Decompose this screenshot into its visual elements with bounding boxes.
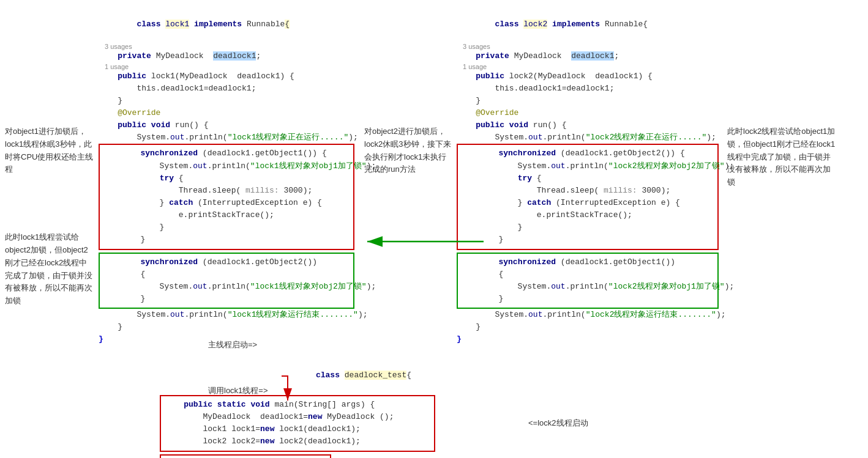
lock1-sync1-close: } bbox=[102, 234, 351, 246]
lock2-field: private MyDeadlock deadlock1; bbox=[457, 50, 719, 62]
lock2-code-panel: class lock2 implements Runnable{ 3 usage… bbox=[453, 6, 722, 346]
lock1-sleep: Thread.sleep( millis: 3000); bbox=[102, 185, 351, 197]
lock2-catch-close: } bbox=[460, 221, 715, 234]
lock1-catch: } catch (InterruptedException e) { bbox=[102, 197, 351, 209]
main-lock2-init: lock2 lock2=new lock2(deadlock1); bbox=[165, 435, 430, 448]
lock1-try: try { bbox=[102, 172, 351, 185]
deadlock-class-line: class deadlock_test{ bbox=[268, 357, 411, 394]
lock2-class-line: class lock2 implements Runnable{ bbox=[457, 6, 719, 43]
lock1-constructor-body: this.deadlock1=deadlock1; bbox=[99, 83, 354, 95]
main-lock1-init: lock1 lock1=new lock1(deadlock1); bbox=[165, 423, 430, 435]
lock1-sync2-close: } bbox=[102, 293, 351, 305]
thread-starts: new Thread(lock1).start(); new Thread(lo… bbox=[160, 452, 520, 459]
lock2-green-box: synchronized (deadlock1.getObject1()) { … bbox=[457, 253, 719, 309]
lock1-code-panel: class lock1 implements Runnable{ 3 usage… bbox=[95, 6, 358, 346]
lock2-catch: } catch (InterruptedException e) { bbox=[460, 197, 715, 209]
lock1-brace: { bbox=[102, 268, 351, 281]
lock2-println4: System.out.println("lock2线程对象运行结束.......… bbox=[457, 309, 719, 321]
lock2-override: @Override bbox=[457, 107, 719, 119]
lock1-stacktrace: e.printStackTrace(); bbox=[102, 209, 351, 221]
lock1-usages1: 3 usages bbox=[99, 43, 354, 50]
lock1-run-close: } bbox=[99, 321, 354, 333]
lock2-sync1-open: synchronized (deadlock1.getObject2()) { bbox=[460, 147, 715, 160]
lock1-usages2: 1 usage bbox=[99, 63, 354, 70]
lock2-run-close: } bbox=[457, 321, 719, 333]
bottom-code-panel: class deadlock_test{ public static void … bbox=[95, 357, 523, 458]
annotation-object2-lock-ok: 对object2进行加锁后，lock2休眠3秒钟，接下来会执行刚才lock1未执… bbox=[364, 125, 453, 176]
main-red-box: public static void main(String[] args) {… bbox=[160, 395, 435, 452]
lock2-sleep: Thread.sleep( millis: 3000); bbox=[460, 185, 715, 197]
lock2-class-close: } bbox=[457, 333, 719, 345]
lock1-call-label: 调用lock1线程=> bbox=[208, 385, 268, 396]
lock1-println3: System.out.println("lock1线程对象对obj2加了锁"); bbox=[102, 281, 351, 293]
lock2-run-decl: public void run() { bbox=[457, 119, 719, 131]
bottom-section: class deadlock_test{ public static void … bbox=[0, 357, 868, 458]
lock2-println2: System.out.println("lock2线程对象对obj2加了锁"); bbox=[460, 160, 715, 172]
lock1-println4: System.out.println("lock1线程对象运行结束.......… bbox=[99, 309, 354, 321]
left-annotations: 对object1进行加锁后，lock1线程休眠3秒钟，此时将CPU使用权还给主线… bbox=[0, 6, 95, 346]
right-annotation: 此时lock2线程尝试给object1加锁，但object1刚才已经在lock1… bbox=[722, 6, 836, 346]
lock2-start-label: <=lock2线程启动 bbox=[528, 417, 646, 430]
lock2-stacktrace: e.printStackTrace(); bbox=[460, 209, 715, 221]
lock2-usages2: 1 usage bbox=[457, 63, 719, 70]
lock2-println1: System.out.println("lock2线程对象正在运行.....")… bbox=[457, 131, 719, 144]
lock1-sync2-open: synchronized (deadlock1.getObject2()) bbox=[102, 256, 351, 268]
lock2-constructor: public lock2(MyDeadlock deadlock1) { bbox=[457, 70, 719, 83]
lock1-close1: } bbox=[99, 95, 354, 107]
lock1-field: private MyDeadlock deadlock1; bbox=[99, 50, 354, 62]
lock1-red-box-1: synchronized (deadlock1.getObject1()) { … bbox=[99, 144, 354, 249]
main-deadlock-init: MyDeadlock deadlock1=new MyDeadlock (); bbox=[165, 411, 430, 423]
mid-annotation: 对object2进行加锁后，lock2休眠3秒钟，接下来会执行刚才lock1未执… bbox=[358, 6, 453, 346]
main-start-label: 主线程启动=> bbox=[208, 339, 257, 350]
lock2-sync2-close: } bbox=[460, 293, 715, 305]
lock1-override: @Override bbox=[99, 107, 354, 119]
lock2-usages1: 3 usages bbox=[457, 43, 719, 50]
lock2-sync2-open: synchronized (deadlock1.getObject1()) bbox=[460, 256, 715, 268]
annotation-object1-lock: 对object1进行加锁后，lock1线程休眠3秒钟，此时将CPU使用权还给主线… bbox=[5, 125, 95, 176]
lock1-sync1-open: synchronized (deadlock1.getObject1()) { bbox=[102, 147, 351, 160]
lock2-sync1-close: } bbox=[460, 234, 715, 246]
lock1-constructor: public lock1(MyDeadlock deadlock1) { bbox=[99, 70, 354, 83]
lock2-close1: } bbox=[457, 95, 719, 107]
thread1-red-box: new Thread(lock1).start(); bbox=[160, 454, 331, 459]
lock1-println1: System.out.println("lock1线程对象正在运行.....")… bbox=[99, 131, 354, 144]
annotation-object2-lock-fail: 此时lock1线程尝试给object2加锁，但object2刚才已经在lock2… bbox=[5, 231, 95, 308]
lock2-try: try { bbox=[460, 172, 715, 185]
deadlock-class-line-wrapper: class deadlock_test{ bbox=[99, 357, 520, 394]
lock1-class-line: class lock1 implements Runnable{ bbox=[99, 6, 354, 43]
main-decl: public static void main(String[] args) { bbox=[165, 399, 430, 411]
lock1-catch-close: } bbox=[102, 221, 351, 234]
bottom-left-spacer bbox=[0, 357, 95, 458]
lock2-constructor-body: this.deadlock1=deadlock1; bbox=[457, 83, 719, 95]
page-container: 对object1进行加锁后，lock1线程休眠3秒钟，此时将CPU使用权还给主线… bbox=[0, 0, 868, 458]
lock2-red-box-1: synchronized (deadlock1.getObject2()) { … bbox=[457, 144, 719, 249]
annotation-right-lock-fail: 此时lock2线程尝试给object1加锁，但object1刚才已经在lock1… bbox=[727, 125, 836, 189]
bottom-right-annotation: <=lock2线程启动 bbox=[523, 357, 646, 458]
lock1-green-box: synchronized (deadlock1.getObject2()) { … bbox=[99, 253, 354, 309]
lock1-run-decl: public void run() { bbox=[99, 119, 354, 131]
lock2-println3: System.out.println("lock2线程对象对obj1加了锁"); bbox=[460, 281, 715, 293]
lock1-println2: System.out.println("lock1线程对象对obj1加了锁"); bbox=[102, 160, 351, 172]
lock2-brace: { bbox=[460, 268, 715, 281]
